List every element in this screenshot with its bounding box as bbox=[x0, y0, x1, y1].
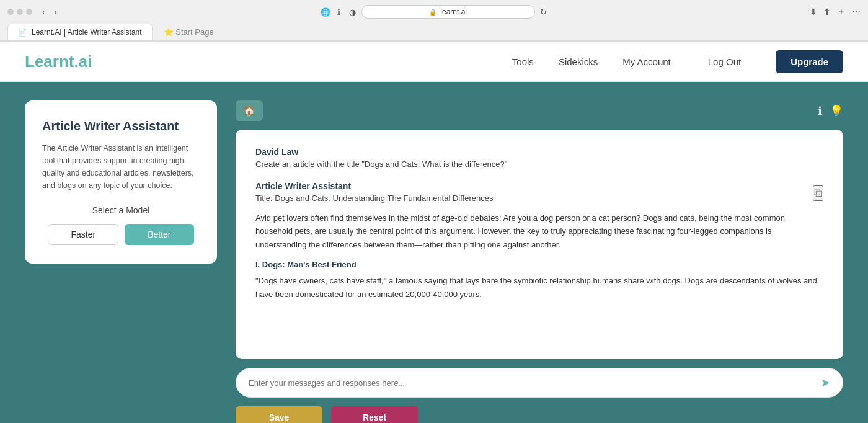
new-tab-icon[interactable]: ＋ bbox=[837, 6, 846, 17]
app-header: Learnt.ai Tools Sidekicks My Account Log… bbox=[0, 42, 868, 82]
sidebar-description: The Article Writer Assistant is an intel… bbox=[42, 142, 200, 192]
save-button[interactable]: Save bbox=[236, 406, 322, 423]
chat-toolbar: 🏠 ℹ 💡 bbox=[236, 100, 843, 121]
info-toolbar-button[interactable]: ℹ bbox=[818, 104, 822, 118]
sidebar-card: Article Writer Assistant The Article Wri… bbox=[25, 100, 217, 264]
home-button[interactable]: 🏠 bbox=[236, 100, 263, 121]
download-icon[interactable]: ⬇ bbox=[810, 7, 817, 17]
tab-bar: 📄 Learnt.AI | Article Writer Assistant ⭐… bbox=[0, 24, 868, 41]
chat-window: David Law Create an article with the tit… bbox=[236, 130, 843, 359]
back-button[interactable]: ‹ bbox=[40, 6, 48, 18]
address-text: learnt.ai bbox=[440, 7, 467, 16]
reload-icon[interactable]: ↻ bbox=[539, 7, 549, 17]
forward-button[interactable]: › bbox=[51, 6, 60, 18]
info-icon: ℹ bbox=[334, 7, 344, 17]
chat-area: 🏠 ℹ 💡 David Law Create an article with t… bbox=[236, 100, 843, 423]
logo: Learnt.ai bbox=[25, 52, 92, 71]
logo-accent: .ai bbox=[74, 52, 92, 71]
browser-address: 🌐 ℹ ◑ 🔒 learnt.ai ↻ bbox=[64, 5, 805, 19]
logo-main: Learnt bbox=[25, 52, 74, 71]
logout-button[interactable]: Log Out bbox=[708, 56, 741, 67]
better-model-button[interactable]: Better bbox=[125, 224, 193, 245]
model-label: Select a Model bbox=[42, 205, 200, 215]
send-button[interactable]: ➤ bbox=[821, 376, 830, 390]
main-nav: Tools Sidekicks My Account Log Out Upgra… bbox=[512, 50, 843, 73]
article-section-1-title: I. Dogs: Man's Best Friend bbox=[255, 260, 823, 269]
address-bar[interactable]: 🔒 learnt.ai bbox=[361, 5, 535, 19]
assistant-message: Article Writer Assistant Title: Dogs and… bbox=[255, 181, 823, 301]
sidebar-title: Article Writer Assistant bbox=[42, 119, 200, 133]
bulb-toolbar-button[interactable]: 💡 bbox=[830, 104, 843, 118]
browser-toolbar: ‹ › 🌐 ℹ ◑ 🔒 learnt.ai ↻ ⬇ ⬆ ＋ ⋯ bbox=[0, 0, 868, 24]
action-row: Save Reset bbox=[236, 406, 843, 423]
tab-title: Learnt.AI | Article Writer Assistant bbox=[32, 28, 142, 37]
bulb-toolbar-icon: 💡 bbox=[830, 105, 843, 117]
upgrade-button[interactable]: Upgrade bbox=[776, 50, 843, 73]
assistant-name: Article Writer Assistant bbox=[255, 181, 823, 191]
user-name: David Law bbox=[255, 147, 823, 157]
nav-tools[interactable]: Tools bbox=[512, 56, 534, 67]
article-paragraph-1: Avid pet lovers often find themselves in… bbox=[255, 212, 823, 251]
browser-dot-green bbox=[26, 9, 32, 15]
browser-right: ⬇ ⬆ ＋ ⋯ bbox=[810, 6, 861, 17]
home-icon: 🏠 bbox=[243, 105, 255, 116]
globe-icon: 🌐 bbox=[321, 7, 330, 17]
nav-sidekicks[interactable]: Sidekicks bbox=[559, 56, 598, 67]
faster-model-button[interactable]: Faster bbox=[48, 224, 118, 245]
start-page-link[interactable]: ⭐ Start Page bbox=[159, 24, 219, 40]
browser-icons-left: 🌐 ℹ ◑ bbox=[321, 7, 358, 17]
contrast-icon: ◑ bbox=[348, 7, 358, 17]
assistant-subtitle: Title: Dogs and Cats: Understanding The … bbox=[255, 194, 823, 203]
copy-button[interactable]: ⧉ bbox=[813, 185, 823, 201]
model-buttons: Faster Better bbox=[42, 224, 200, 245]
active-tab[interactable]: 📄 Learnt.AI | Article Writer Assistant bbox=[7, 24, 153, 40]
chat-toolbar-right: ℹ 💡 bbox=[818, 104, 843, 118]
browser-chrome: ‹ › 🌐 ℹ ◑ 🔒 learnt.ai ↻ ⬇ ⬆ ＋ ⋯ 📄 Learnt… bbox=[0, 0, 868, 42]
browser-dot-red bbox=[7, 9, 14, 15]
menu-icon[interactable]: ⋯ bbox=[852, 7, 861, 17]
chat-input-row: ➤ bbox=[236, 368, 843, 398]
lock-icon: 🔒 bbox=[429, 9, 436, 16]
user-text: Create an article with the title "Dogs a… bbox=[255, 159, 823, 169]
user-message: David Law Create an article with the tit… bbox=[255, 147, 823, 169]
tab-favicon: 📄 bbox=[18, 29, 27, 37]
browser-nav: ‹ › bbox=[40, 6, 59, 18]
reset-button[interactable]: Reset bbox=[331, 406, 418, 423]
article-section-1-quote: "Dogs have owners, cats have staff," a f… bbox=[255, 274, 823, 301]
browser-dot-yellow bbox=[17, 9, 23, 15]
info-toolbar-icon: ℹ bbox=[818, 105, 822, 117]
send-icon: ➤ bbox=[821, 376, 830, 389]
share-icon[interactable]: ⬆ bbox=[823, 7, 831, 17]
nav-my-account[interactable]: My Account bbox=[622, 56, 671, 67]
main-content: Article Writer Assistant The Article Wri… bbox=[0, 82, 868, 423]
chat-input[interactable] bbox=[249, 378, 821, 388]
browser-dots bbox=[7, 9, 32, 15]
